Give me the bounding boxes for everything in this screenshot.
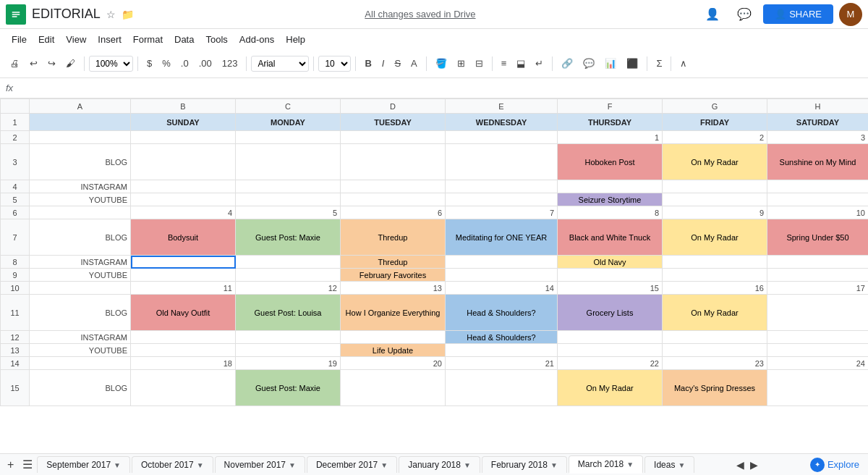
cell-h2[interactable]: 3: [767, 131, 869, 144]
cell-c14[interactable]: 19: [236, 357, 341, 370]
cell-e6[interactable]: 7: [446, 206, 558, 219]
functions-btn[interactable]: Σ: [652, 55, 666, 72]
font-color-btn[interactable]: A: [407, 55, 422, 72]
avatar[interactable]: M: [839, 3, 862, 26]
italic-btn[interactable]: I: [378, 55, 389, 72]
cell-c7[interactable]: Guest Post: Maxie: [236, 219, 341, 256]
col-e[interactable]: E: [446, 99, 558, 114]
cell-e9[interactable]: [446, 269, 558, 282]
cell-b4[interactable]: [131, 180, 236, 193]
cell-c1[interactable]: MONDAY: [236, 114, 341, 131]
cell-b11[interactable]: Old Navy Outfit: [131, 295, 236, 331]
cell-b7[interactable]: Bodysuit: [131, 219, 236, 256]
cell-g14[interactable]: 23: [663, 357, 767, 370]
cell-d4[interactable]: [341, 180, 446, 193]
chat-history-icon[interactable]: 👤: [699, 1, 726, 28]
zoom-select[interactable]: 100%: [89, 56, 133, 72]
cell-a12[interactable]: INSTAGRAM: [30, 331, 131, 344]
cell-h5[interactable]: [767, 193, 869, 206]
add-sheet-button[interactable]: +: [3, 457, 18, 473]
cell-c12[interactable]: [236, 331, 341, 344]
cell-d3[interactable]: [341, 144, 446, 180]
cell-a9[interactable]: YOUTUBE: [30, 269, 131, 282]
cell-d9[interactable]: February Favorites: [341, 269, 446, 282]
cell-h11[interactable]: [767, 295, 869, 331]
cell-f12[interactable]: [558, 331, 663, 344]
tab-september-2017[interactable]: September 2017 ▼: [37, 456, 130, 473]
folder-icon[interactable]: 📁: [120, 7, 135, 22]
cell-d8[interactable]: Thredup: [341, 256, 446, 269]
cell-e1[interactable]: WEDNESDAY: [446, 114, 558, 131]
cell-a2[interactable]: [30, 131, 131, 144]
cell-h12[interactable]: [767, 331, 869, 344]
cell-d7[interactable]: Thredup: [341, 219, 446, 256]
cell-a11[interactable]: BLOG: [30, 295, 131, 331]
font-select[interactable]: Arial: [251, 56, 309, 72]
bold-btn[interactable]: B: [360, 55, 375, 72]
cell-a13[interactable]: YOUTUBE: [30, 344, 131, 357]
chart-btn[interactable]: 📊: [600, 55, 621, 72]
cell-c4[interactable]: [236, 180, 341, 193]
cell-d11[interactable]: How I Organize Everything: [341, 295, 446, 331]
cell-a5[interactable]: YOUTUBE: [30, 193, 131, 206]
tab-october-2017[interactable]: October 2017 ▼: [132, 456, 213, 473]
align-left-btn[interactable]: ≡: [497, 55, 511, 72]
cell-b9[interactable]: [131, 269, 236, 282]
cell-d6[interactable]: 6: [341, 206, 446, 219]
cell-f8[interactable]: Old Navy: [558, 256, 663, 269]
cell-h9[interactable]: [767, 269, 869, 282]
cell-g15[interactable]: Macy's Spring Dresses: [663, 370, 767, 406]
cell-a14[interactable]: [30, 357, 131, 370]
tab-march-2018[interactable]: March 2018 ▼: [569, 455, 643, 474]
cell-a7[interactable]: BLOG: [30, 219, 131, 256]
link-btn[interactable]: 🔗: [557, 55, 577, 72]
font-size-select[interactable]: 10: [318, 56, 351, 72]
fill-color-btn[interactable]: 🪣: [431, 55, 451, 72]
cell-g12[interactable]: [663, 331, 767, 344]
wrap-btn[interactable]: ↵: [531, 55, 548, 72]
borders-btn[interactable]: ⊞: [453, 55, 469, 72]
cell-c3[interactable]: [236, 144, 341, 180]
decimal-decrease-btn[interactable]: .0: [176, 55, 193, 72]
tab-december-2017[interactable]: December 2017 ▼: [307, 456, 397, 473]
cell-b15[interactable]: [131, 370, 236, 406]
cell-c11[interactable]: Guest Post: Louisa: [236, 295, 341, 331]
cell-f15[interactable]: On My Radar: [558, 370, 663, 406]
cell-f10[interactable]: 15: [558, 282, 663, 295]
cell-e5[interactable]: [446, 193, 558, 206]
cell-g8[interactable]: [663, 256, 767, 269]
tab-ideas[interactable]: Ideas ▼: [644, 456, 694, 473]
cell-d2[interactable]: [341, 131, 446, 144]
cell-e10[interactable]: 14: [446, 282, 558, 295]
cell-b12[interactable]: [131, 331, 236, 344]
cell-a1[interactable]: [30, 114, 131, 131]
cell-g6[interactable]: 9: [663, 206, 767, 219]
tab-prev-btn[interactable]: ◀: [733, 458, 747, 472]
cell-f1[interactable]: THURSDAY: [558, 114, 663, 131]
tab-november-2017[interactable]: November 2017 ▼: [215, 456, 305, 473]
cell-f4[interactable]: [558, 180, 663, 193]
cell-b3[interactable]: [131, 144, 236, 180]
cell-e3[interactable]: [446, 144, 558, 180]
cell-b2[interactable]: [131, 131, 236, 144]
cell-g10[interactable]: 16: [663, 282, 767, 295]
tab-next-btn[interactable]: ▶: [747, 458, 761, 472]
cell-g1[interactable]: FRIDAY: [663, 114, 767, 131]
cell-g4[interactable]: [663, 180, 767, 193]
cell-h4[interactable]: [767, 180, 869, 193]
filter-btn[interactable]: ⬛: [622, 55, 642, 72]
explore-button[interactable]: ✦ Explore: [804, 455, 865, 475]
cell-g2[interactable]: 2: [663, 131, 767, 144]
cell-a6[interactable]: [30, 206, 131, 219]
cell-e7[interactable]: Meditating for ONE YEAR: [446, 219, 558, 256]
col-a[interactable]: A: [30, 99, 131, 114]
cell-d5[interactable]: [341, 193, 446, 206]
cell-c2[interactable]: [236, 131, 341, 144]
paint-format-icon[interactable]: 🖌: [61, 55, 80, 72]
print-icon[interactable]: 🖨: [6, 55, 24, 72]
cell-d15[interactable]: [341, 370, 446, 406]
cell-b6[interactable]: 4: [131, 206, 236, 219]
cell-f2[interactable]: 1: [558, 131, 663, 144]
cell-d1[interactable]: TUESDAY: [341, 114, 446, 131]
cell-a15[interactable]: BLOG: [30, 370, 131, 406]
